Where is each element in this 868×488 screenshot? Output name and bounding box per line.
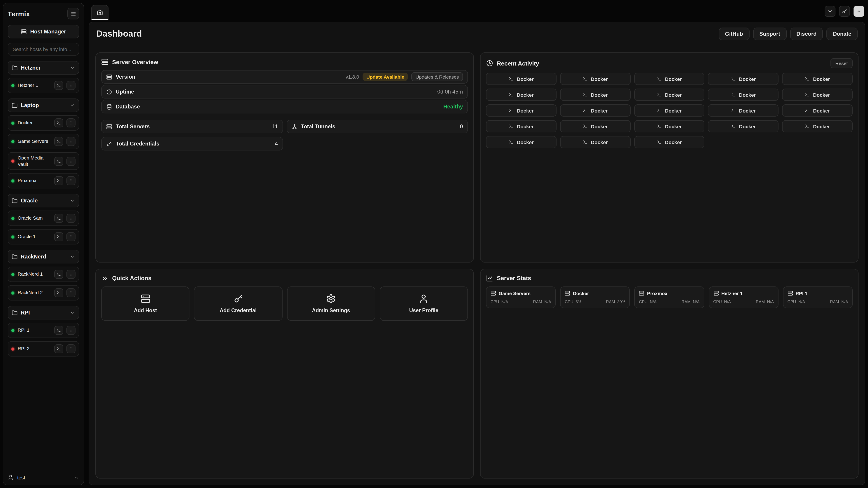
sidebar-menu-button[interactable] xyxy=(67,8,79,20)
stat-header: Proxmox xyxy=(639,290,700,296)
host-item[interactable]: Game Servers xyxy=(8,134,79,149)
tabbar-chevron-up-button[interactable] xyxy=(854,6,864,17)
host-terminal-button[interactable] xyxy=(54,345,63,354)
activity-item-button[interactable]: Docker xyxy=(708,89,779,101)
chevron-down-icon[interactable] xyxy=(70,103,75,108)
host-menu-button[interactable] xyxy=(66,81,75,90)
reset-button[interactable]: Reset xyxy=(830,58,852,68)
host-menu-button[interactable] xyxy=(66,214,75,223)
host-item[interactable]: Docker xyxy=(8,115,79,131)
server-stat-card[interactable]: Proxmox CPU: N/A RAM: N/A xyxy=(634,286,704,308)
host-menu-button[interactable] xyxy=(66,270,75,279)
host-menu-button[interactable] xyxy=(66,289,75,297)
support-button[interactable]: Support xyxy=(753,28,786,40)
folder-header[interactable]: Hetzner xyxy=(8,61,79,74)
host-item[interactable]: Oracle 1 xyxy=(8,229,79,245)
host-menu-button[interactable] xyxy=(66,326,75,335)
host-item[interactable]: Proxmox xyxy=(8,173,79,189)
quick-action-label: User Profile xyxy=(409,308,438,313)
tab-home[interactable] xyxy=(91,5,108,20)
host-menu-button[interactable] xyxy=(66,157,75,166)
activity-item-button[interactable]: Docker xyxy=(634,89,705,101)
host-item[interactable]: RackNerd 2 xyxy=(8,285,79,301)
host-menu-button[interactable] xyxy=(66,345,75,354)
activity-item-button[interactable]: Docker xyxy=(560,73,631,85)
tabbar-chevron-down-button[interactable] xyxy=(825,6,835,17)
host-menu-button[interactable] xyxy=(66,176,75,186)
activity-item-button[interactable]: Docker xyxy=(486,120,557,132)
host-terminal-button[interactable] xyxy=(54,137,63,146)
activity-item-button[interactable]: Docker xyxy=(634,120,705,132)
host-terminal-button[interactable] xyxy=(54,81,63,90)
user-menu[interactable]: test xyxy=(8,470,79,480)
activity-item-button[interactable]: Docker xyxy=(782,89,852,101)
github-button[interactable]: GitHub xyxy=(719,28,749,40)
add-credential-button[interactable]: Add Credential xyxy=(194,286,283,321)
terminal-icon xyxy=(509,108,514,113)
chevron-down-icon[interactable] xyxy=(70,310,75,316)
activity-item-button[interactable]: Docker xyxy=(486,89,557,101)
host-item[interactable]: RPI 1 xyxy=(8,323,79,338)
host-item[interactable]: Oracle Sam xyxy=(8,211,79,226)
chevron-up-icon[interactable] xyxy=(74,475,79,480)
admin-settings-button[interactable]: Admin Settings xyxy=(287,286,375,321)
discord-button[interactable]: Discord xyxy=(790,28,823,40)
updates-releases-button[interactable]: Updates & Releases xyxy=(412,72,463,81)
host-item[interactable]: RackNerd 1 xyxy=(8,267,79,282)
host-terminal-button[interactable] xyxy=(54,214,63,223)
host-item[interactable]: RPI 2 xyxy=(8,341,79,357)
activity-item-button[interactable]: Docker xyxy=(560,104,631,117)
stat-header: Hetzner 1 xyxy=(713,290,774,296)
activity-item-button[interactable]: Docker xyxy=(560,89,631,101)
host-terminal-button[interactable] xyxy=(54,270,63,279)
server-stat-card[interactable]: Docker CPU: 6% RAM: 30% xyxy=(560,286,630,308)
add-host-button[interactable]: Add Host xyxy=(101,286,190,321)
host-terminal-button[interactable] xyxy=(54,176,63,186)
host-item[interactable]: Open Media Vault xyxy=(8,152,79,170)
activity-item-button[interactable]: Docker xyxy=(708,73,779,85)
host-terminal-button[interactable] xyxy=(54,326,63,335)
chevron-down-icon[interactable] xyxy=(70,254,75,260)
activity-item-button[interactable]: Docker xyxy=(782,104,852,117)
chevron-down-icon[interactable] xyxy=(70,198,75,203)
activity-item-button[interactable]: Docker xyxy=(560,136,631,148)
activity-item-button[interactable]: Docker xyxy=(782,73,852,85)
host-terminal-button[interactable] xyxy=(54,157,63,166)
activity-item-button[interactable]: Docker xyxy=(486,73,557,85)
activity-item-button[interactable]: Docker xyxy=(634,104,705,117)
activity-item-button[interactable]: Docker xyxy=(708,120,779,132)
user-profile-button[interactable]: User Profile xyxy=(380,286,468,321)
activity-item-button[interactable]: Docker xyxy=(486,136,557,148)
folder-header[interactable]: Laptop xyxy=(8,98,79,112)
host-terminal-button[interactable] xyxy=(54,289,63,297)
host-item[interactable]: Hetzner 1 xyxy=(8,78,79,93)
host-status-dot xyxy=(11,273,14,276)
host-menu-button[interactable] xyxy=(66,232,75,241)
version-row: Version v1.8.0 Update Available Updates … xyxy=(101,70,468,84)
activity-item-button[interactable]: Docker xyxy=(486,104,557,117)
tabbar-key-button[interactable] xyxy=(839,6,850,17)
server-stat-card[interactable]: Hetzner 1 CPU: N/A RAM: N/A xyxy=(709,286,778,308)
donate-button[interactable]: Donate xyxy=(827,28,858,40)
chevron-down-icon[interactable] xyxy=(70,65,75,70)
folder-header[interactable]: RPI xyxy=(8,306,79,320)
folder-header[interactable]: Oracle xyxy=(8,194,79,207)
activity-item-button[interactable]: Docker xyxy=(634,73,705,85)
total-tunnels-label: Total Tunnels xyxy=(301,123,456,130)
server-stat-card[interactable]: RPI 1 CPU: N/A RAM: N/A xyxy=(783,286,852,308)
host-terminal-button[interactable] xyxy=(54,119,63,127)
folder-header[interactable]: RackNerd xyxy=(8,250,79,264)
activity-item-button[interactable]: Docker xyxy=(708,104,779,117)
host-manager-button[interactable]: Host Manager xyxy=(8,25,79,38)
stat-values: CPU: N/A RAM: N/A xyxy=(491,299,551,304)
host-search-input[interactable] xyxy=(8,43,79,56)
host-terminal-button[interactable] xyxy=(54,232,63,241)
activity-item-button[interactable]: Docker xyxy=(634,136,705,148)
host-menu-button[interactable] xyxy=(66,137,75,146)
activity-item-button[interactable]: Docker xyxy=(782,120,852,132)
terminal-icon xyxy=(731,92,736,97)
server-icon xyxy=(106,124,112,129)
host-menu-button[interactable] xyxy=(66,119,75,127)
activity-item-button[interactable]: Docker xyxy=(560,120,631,132)
server-stat-card[interactable]: Game Servers CPU: N/A RAM: N/A xyxy=(486,286,556,308)
